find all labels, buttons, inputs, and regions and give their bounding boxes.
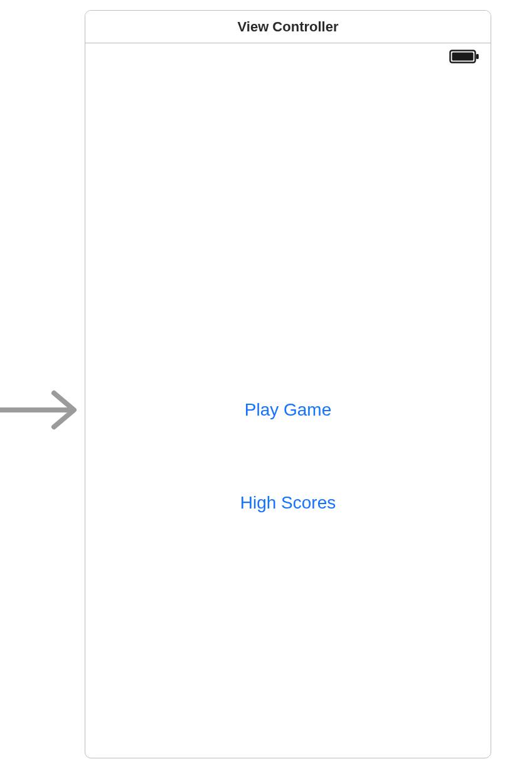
scene-title-label: View Controller [238,19,339,35]
scene-title-bar[interactable]: View Controller [85,11,491,43]
storyboard-entry-arrow-icon [0,388,85,432]
high-scores-button[interactable]: High Scores [85,490,491,515]
battery-full-icon [449,50,479,63]
svg-rect-3 [476,54,479,59]
svg-rect-2 [452,53,474,61]
status-bar [85,43,491,66]
content-area: Play Game High Scores [85,66,491,758]
play-game-button[interactable]: Play Game [85,397,491,423]
view-controller-scene[interactable]: View Controller Play Game High Scores [85,10,491,758]
